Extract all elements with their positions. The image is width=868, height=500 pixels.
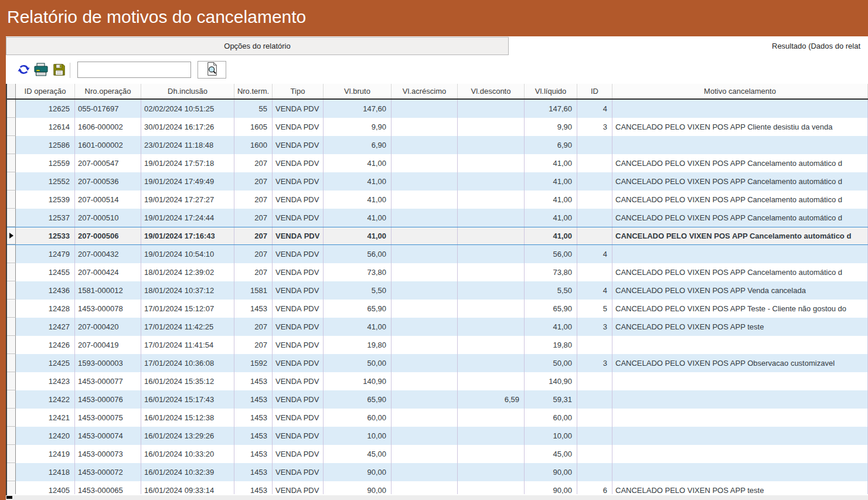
- table-row[interactable]: 124251593-00000317/01/2024 10:36:081592V…: [7, 354, 868, 372]
- refresh-button[interactable]: [16, 63, 31, 78]
- cell-vl_desconto: [458, 372, 525, 390]
- cell-vl_bruto: 41,00: [324, 154, 392, 172]
- table-row[interactable]: 124361581-00001218/01/2024 10:37:121581V…: [7, 281, 868, 300]
- column-header-motivo[interactable]: Motivo cancelamento: [612, 84, 868, 98]
- cell-tipo: VENDA PDV: [273, 427, 324, 445]
- table-row[interactable]: 12537207-00051019/01/2024 17:24:44207VEN…: [7, 209, 868, 227]
- table-row[interactable]: 124231453-00007716/01/2024 15:35:121453V…: [7, 372, 868, 390]
- table-row[interactable]: 12559207-00054719/01/2024 17:57:18207VEN…: [7, 154, 868, 172]
- column-header-id_operacao[interactable]: ID operação: [16, 84, 75, 98]
- table-row[interactable]: 124221453-00007616/01/2024 15:17:431453V…: [7, 390, 868, 409]
- table-row[interactable]: 124281453-00007817/01/2024 15:12:071453V…: [7, 300, 868, 318]
- cell-vl_acrescimo: [392, 100, 458, 118]
- cell-id_operacao: 12427: [16, 318, 75, 336]
- tab-resultado[interactable]: Resultado (Dados do relat: [509, 37, 868, 55]
- table-row[interactable]: 12455207-00042418/01/2024 12:39:02207VEN…: [7, 263, 868, 281]
- cell-vl_desconto: [458, 154, 525, 172]
- table-row[interactable]: 12427207-00042017/01/2024 11:42:25207VEN…: [7, 318, 868, 336]
- cell-tipo: VENDA PDV: [273, 100, 324, 118]
- row-indicator: [7, 409, 16, 427]
- cell-nro_operacao: 1601-000002: [75, 136, 141, 154]
- cell-id: [577, 409, 612, 427]
- cell-tipo: VENDA PDV: [273, 463, 324, 481]
- table-row[interactable]: 12539207-00051419/01/2024 17:27:27207VEN…: [7, 191, 868, 209]
- row-indicator: [7, 300, 16, 318]
- cell-id_operacao: 12420: [16, 427, 75, 445]
- table-row[interactable]: 125861601-00000223/01/2024 11:18:481600V…: [7, 136, 868, 154]
- column-header-vl_bruto[interactable]: Vl.bruto: [324, 84, 392, 98]
- cell-id: [577, 209, 612, 227]
- cell-tipo: VENDA PDV: [273, 172, 324, 191]
- cell-vl_acrescimo: [392, 281, 458, 300]
- cell-id_operacao: 12422: [16, 390, 75, 409]
- cell-nro_operacao: 207-000506: [75, 227, 141, 244]
- table-row[interactable]: 12479207-00043219/01/2024 10:54:10207VEN…: [7, 245, 868, 263]
- cell-nro_operacao: 207-000419: [75, 336, 141, 354]
- cell-vl_desconto: [458, 354, 525, 372]
- cell-id_operacao: 12436: [16, 281, 75, 300]
- cell-tipo: VENDA PDV: [273, 318, 324, 336]
- table-row[interactable]: 126141606-00000230/01/2024 16:17:261605V…: [7, 118, 868, 136]
- column-header-vl_acrescimo[interactable]: Vl.acréscimo: [392, 84, 458, 98]
- cell-dh_inclusao: 17/01/2024 10:36:08: [141, 354, 234, 372]
- corner-header-cell[interactable]: [7, 84, 16, 98]
- search-input[interactable]: [77, 62, 191, 78]
- row-indicator: [7, 281, 16, 300]
- refresh-icon: [18, 63, 30, 77]
- save-button[interactable]: [52, 63, 67, 78]
- column-header-tipo[interactable]: Tipo: [273, 84, 324, 98]
- cell-vl_liquido: 45,00: [525, 445, 577, 463]
- column-header-nro_term[interactable]: Nro.term.: [234, 84, 273, 98]
- print-button[interactable]: [33, 63, 49, 78]
- cell-motivo: [612, 372, 868, 390]
- cell-vl_liquido: 41,00: [525, 318, 577, 336]
- cell-id_operacao: 12455: [16, 263, 75, 281]
- column-header-id[interactable]: ID: [577, 84, 612, 98]
- cell-vl_acrescimo: [392, 409, 458, 427]
- preview-button[interactable]: [198, 61, 226, 79]
- cell-nro_term: 1453: [234, 390, 273, 409]
- cell-vl_bruto: 60,00: [324, 409, 392, 427]
- cell-vl_desconto: [458, 172, 525, 191]
- row-indicator: [7, 118, 16, 136]
- table-row[interactable]: 12552207-00053619/01/2024 17:49:49207VEN…: [7, 172, 868, 191]
- cell-vl_liquido: 65,90: [525, 300, 577, 318]
- cell-id: [577, 191, 612, 209]
- cell-tipo: VENDA PDV: [273, 300, 324, 318]
- cell-id_operacao: 12418: [16, 463, 75, 481]
- table-row[interactable]: 124181453-00007216/01/2024 10:32:391453V…: [7, 463, 868, 481]
- table-row[interactable]: 12426207-00041917/01/2024 11:41:54207VEN…: [7, 336, 868, 354]
- cell-vl_bruto: 6,90: [324, 136, 392, 154]
- cell-nro_term: 207: [234, 245, 273, 263]
- row-indicator: [7, 154, 16, 172]
- row-indicator: [7, 390, 16, 409]
- cell-vl_desconto: [458, 263, 525, 281]
- cell-nro_operacao: 1453-000073: [75, 445, 141, 463]
- grid-header-row: ID operaçãoNro.operaçãoDh.inclusãoNro.te…: [7, 84, 868, 100]
- cell-vl_bruto: 73,80: [324, 263, 392, 281]
- column-header-vl_liquido[interactable]: Vl.líquido: [525, 84, 577, 98]
- cell-vl_liquido: 147,60: [525, 100, 577, 118]
- cell-vl_bruto: 50,00: [324, 354, 392, 372]
- cell-id: [577, 372, 612, 390]
- column-header-dh_inclusao[interactable]: Dh.inclusão: [141, 84, 234, 98]
- tab-opcoes-do-relatorio[interactable]: Opções do relatório: [6, 37, 509, 55]
- cell-nro_term: 1600: [234, 136, 273, 154]
- cell-id_operacao: 12586: [16, 136, 75, 154]
- cell-tipo: VENDA PDV: [273, 245, 324, 263]
- table-row[interactable]: 124201453-00007416/01/2024 13:29:261453V…: [7, 427, 868, 445]
- horizontal-scrollbar[interactable]: [6, 495, 868, 500]
- table-row[interactable]: 12625055-01769702/02/2024 10:51:2555VEND…: [7, 100, 868, 118]
- table-row[interactable]: 124191453-00007316/01/2024 10:33:201453V…: [7, 445, 868, 463]
- cell-vl_acrescimo: [392, 263, 458, 281]
- table-row-selected[interactable]: 12533207-00050619/01/2024 17:16:43207VEN…: [7, 227, 868, 245]
- column-header-nro_operacao[interactable]: Nro.operação: [75, 84, 141, 98]
- cell-vl_desconto: [458, 209, 525, 227]
- scrollbar-left-arrow-icon: [6, 496, 12, 499]
- column-header-vl_desconto[interactable]: Vl.desconto: [458, 84, 525, 98]
- cell-id: [577, 445, 612, 463]
- cell-vl_liquido: 41,00: [525, 227, 577, 244]
- table-row[interactable]: 124211453-00007516/01/2024 15:12:381453V…: [7, 409, 868, 427]
- table-row[interactable]: 124051453-00006516/01/2024 09:33:141453V…: [7, 481, 868, 494]
- cell-vl_desconto: 6,59: [458, 390, 525, 409]
